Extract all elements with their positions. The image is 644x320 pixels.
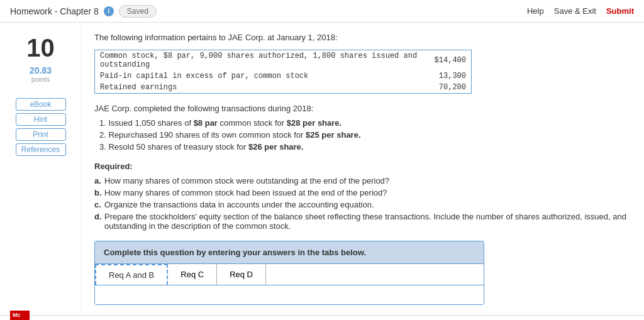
tab-buttons: Req A and B Req C Req D (95, 264, 484, 285)
question-intro: The following information pertains to JA… (94, 33, 631, 42)
info-table: Common stock, $8 par, 9,000 shares autho… (94, 50, 472, 94)
transaction-list: 1. Issued 1,050 shares of $8 par common … (94, 118, 631, 152)
table-cell-amount: $14,400 (430, 50, 472, 71)
header-left: Homework - Chapter 8 i Saved (10, 5, 157, 18)
header-right: Help Save & Exit Submit (527, 6, 634, 16)
item-text: Resold 50 shares of treasury stock for $… (108, 142, 303, 152)
tab-req-d[interactable]: Req D (217, 264, 266, 285)
saved-badge: Saved (119, 5, 157, 18)
page-title: Homework - Chapter 8 (10, 6, 99, 16)
sidebar-links: eBook Hint Print References (16, 98, 66, 156)
list-item: a. How many shares of common stock were … (94, 176, 631, 185)
req-letter: b. (94, 188, 102, 197)
question-number: 10 (26, 35, 55, 60)
points-value: 20.83 (30, 65, 52, 75)
item-number: 2. (99, 130, 108, 140)
table-row: Retained earnings 70,200 (95, 82, 472, 94)
print-link[interactable]: Print (16, 128, 66, 141)
transactions-intro: JAE Corp. completed the following transa… (94, 104, 631, 113)
list-item: b. How many shares of common stock had b… (94, 188, 631, 197)
tab-req-a-b[interactable]: Req A and B (95, 264, 168, 285)
help-button[interactable]: Help (527, 6, 544, 16)
item-number: 3. (99, 142, 108, 152)
references-link[interactable]: References (16, 143, 66, 156)
table-cell-desc: Paid-in capital in excess of par, common… (95, 70, 430, 82)
main-container: 10 20.83 points eBook Hint Print Referen… (0, 23, 644, 315)
footer: Mc Graw Hill ‹ Prev 10 of 12 ☷ Next › (0, 315, 644, 320)
table-cell-desc: Retained earnings (95, 82, 430, 94)
item-text: Repurchased 190 shares of its own common… (108, 130, 360, 140)
tab-instruction: Complete this question by entering your … (95, 241, 484, 264)
content-area: The following information pertains to JA… (82, 23, 644, 315)
tab-req-c[interactable]: Req C (168, 264, 217, 285)
brand-logo: Mc Graw Hill (10, 311, 30, 320)
list-item: d. Prepare the stockholders' equity sect… (94, 212, 631, 231)
table-row: Paid-in capital in excess of par, common… (95, 70, 472, 82)
ebook-link[interactable]: eBook (16, 98, 66, 111)
table-cell-amount: 13,300 (430, 70, 472, 82)
header: Homework - Chapter 8 i Saved Help Save &… (0, 0, 644, 23)
submit-button[interactable]: Submit (606, 6, 634, 16)
table-cell-amount: 70,200 (430, 82, 472, 94)
req-letter: a. (94, 176, 101, 185)
list-item: 3. Resold 50 shares of treasury stock fo… (99, 142, 631, 152)
req-letter: c. (94, 200, 101, 209)
list-item: 1. Issued 1,050 shares of $8 par common … (99, 118, 631, 128)
save-exit-button[interactable]: Save & Exit (554, 6, 596, 16)
logo-line1: Mc (13, 312, 27, 319)
info-icon[interactable]: i (104, 6, 114, 16)
table-row: Common stock, $8 par, 9,000 shares autho… (95, 50, 472, 71)
required-title: Required: (94, 162, 631, 171)
points-label: points (31, 75, 50, 83)
sidebar: 10 20.83 points eBook Hint Print Referen… (0, 23, 82, 315)
list-item: 2. Repurchased 190 shares of its own com… (99, 130, 631, 140)
tab-content (95, 285, 484, 304)
requirements-list: a. How many shares of common stock were … (94, 176, 631, 231)
item-text: Issued 1,050 shares of $8 par common sto… (108, 118, 341, 128)
list-item: c. Organize the transactions data in acc… (94, 200, 631, 209)
tab-section: Complete this question by entering your … (94, 241, 484, 305)
req-letter: d. (94, 212, 102, 221)
item-number: 1. (99, 118, 108, 128)
table-cell-desc: Common stock, $8 par, 9,000 shares autho… (95, 50, 430, 71)
hint-link[interactable]: Hint (16, 113, 66, 126)
